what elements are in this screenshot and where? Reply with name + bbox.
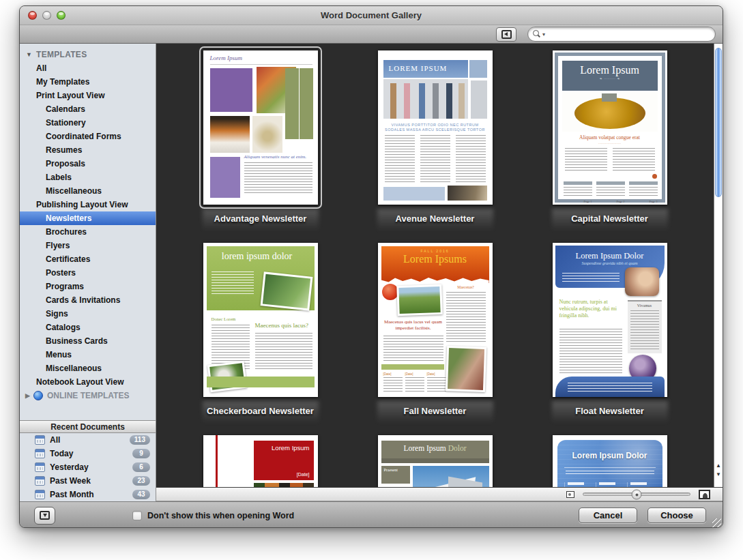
panel-toggle-icon: [40, 511, 50, 520]
sidebar-item-cards-invitations[interactable]: Cards & Invitations: [20, 293, 156, 307]
template-title: Advantage Newsletter: [196, 213, 325, 224]
zoom-in-thumbnail-icon: [699, 490, 710, 499]
cancel-button[interactable]: Cancel: [579, 507, 637, 523]
toolbar: ▾: [20, 25, 723, 44]
sidebar-item-calendars[interactable]: Calendars: [20, 102, 156, 116]
count-badge: 113: [130, 435, 150, 445]
template-title: Fall Newsletter: [370, 406, 500, 416]
calendar-icon: [35, 449, 45, 458]
template-gallery: Lorem Ipsum Aliquam venenatis: [156, 44, 714, 487]
template-card-partial-olive[interactable]: Lorem Ipsum Dolor Praesent: [352, 431, 519, 487]
template-thumbnail: LOREM IPSUM: [378, 50, 493, 205]
calendar-icon: [35, 476, 45, 486]
template-thumbnail: Lorem Ipsum Dolor Praesent: [378, 435, 493, 487]
sidebar-item-miscellaneous-publishing[interactable]: Miscellaneous: [20, 362, 156, 375]
sidebar-item-business-cards[interactable]: Business Cards: [20, 334, 156, 348]
template-card-checkerboard-newsletter[interactable]: lorem ipsum dolor Donec Lorem Maecenus q…: [177, 239, 344, 431]
dialog-footer: Don't show this when opening Word Cancel…: [20, 501, 723, 528]
sidebar-item-flyers[interactable]: Flyers: [20, 239, 156, 252]
sidebar-item-catalogs[interactable]: Catalogs: [20, 321, 156, 334]
recent-item-past-week[interactable]: Past Week 23: [20, 474, 156, 488]
dont-show-label: Don't show this when opening Word: [147, 511, 294, 520]
sidebar-item-coordinated-forms[interactable]: Coordinated Forms: [20, 130, 156, 143]
disclosure-triangle-down-icon[interactable]: ▼: [26, 48, 32, 61]
recent-item-yesterday[interactable]: Yesterday 6: [20, 460, 156, 474]
sidebar-item-newsletters[interactable]: Newsletters: [20, 211, 156, 225]
word-document-gallery-window: Word Document Gallery ▾ ▼ TEMPLATES All …: [19, 5, 723, 528]
search-input[interactable]: [545, 28, 715, 40]
template-card-avenue-newsletter[interactable]: LOREM IPSUM: [352, 46, 519, 239]
thumbnail-size-slider[interactable]: [583, 492, 690, 496]
sidebar-item-posters[interactable]: Posters: [20, 266, 156, 280]
template-thumbnail: Lorem Ipsum Dolor Suspendisse gravida ni…: [553, 243, 667, 397]
vertical-scrollbar[interactable]: ▲ ▼: [714, 44, 723, 487]
template-thumbnail: Lorem Ipsum ❧ ·········· ❧ Aliquam volat…: [553, 50, 667, 205]
sidebar-item-publishing-layout-view[interactable]: Publishing Layout View: [20, 198, 156, 211]
template-thumbnail: lorem ipsum dolor Donec Lorem Maecenus q…: [203, 243, 318, 397]
recent-documents-header: Recent Documents: [20, 420, 156, 433]
sidebar-item-resumes[interactable]: Resumes: [20, 143, 156, 157]
template-thumbnail: Lorem Ipsum Dolor: [553, 435, 667, 487]
choose-button[interactable]: Choose: [647, 507, 706, 523]
search-icon: [533, 30, 541, 38]
dont-show-checkbox[interactable]: [132, 511, 142, 520]
sidebar-item-signs[interactable]: Signs: [20, 307, 156, 321]
template-card-fall-newsletter[interactable]: FALL 2016 Lorem Ipsums Maecenas? Maecena…: [352, 239, 519, 431]
thumbnail-zoom-bar: [156, 487, 723, 501]
selection-ring: Lorem Ipsum Aliquam venenatis: [199, 46, 322, 209]
template-thumbnail: Lorem Ipsum [Date]: [203, 435, 318, 487]
scrollbar-thumb[interactable]: [715, 48, 722, 197]
templates-section-header[interactable]: ▼ TEMPLATES: [20, 48, 156, 61]
sidebar-item-all[interactable]: All: [20, 61, 156, 75]
search-field[interactable]: ▾: [527, 27, 716, 42]
sidebar-item-programs[interactable]: Programs: [20, 280, 156, 293]
sidebar-item-notebook-layout-view[interactable]: Notebook Layout View: [20, 375, 156, 389]
recent-item-all[interactable]: All 113: [20, 433, 156, 447]
sidebar-item-print-layout-view[interactable]: Print Layout View: [20, 89, 156, 102]
recent-documents-section: Recent Documents All 113 Today 9 Yesterd…: [20, 420, 156, 501]
sidebar-item-stationery[interactable]: Stationery: [20, 116, 156, 130]
count-badge: 6: [132, 462, 150, 472]
count-badge: 9: [132, 449, 150, 458]
template-title: Avenue Newsletter: [370, 213, 500, 224]
template-thumbnail: Lorem Ipsum Aliquam venenatis: [203, 50, 318, 205]
sidebar-item-my-templates[interactable]: My Templates: [20, 75, 156, 89]
resize-grip[interactable]: [712, 518, 721, 527]
calendar-icon: [35, 462, 45, 472]
sidebar-item-miscellaneous-print[interactable]: Miscellaneous: [20, 184, 156, 198]
sidebar-item-online-templates[interactable]: ▶ ONLINE TEMPLATES: [20, 389, 156, 402]
sidebar-item-labels[interactable]: Labels: [20, 171, 156, 184]
template-title: Checkerboard Newsletter: [196, 406, 325, 416]
sidebar-toggle-icon: [501, 30, 512, 39]
scroll-down-arrow[interactable]: ▼: [714, 470, 723, 479]
sidebar-item-brochures[interactable]: Brochures: [20, 225, 156, 239]
recent-item-today[interactable]: Today 9: [20, 447, 156, 460]
screen: Word Document Gallery ▾ ▼ TEMPLATES All …: [0, 0, 743, 560]
disclosure-triangle-right-icon[interactable]: ▶: [25, 389, 30, 402]
sidebar-item-certificates[interactable]: Certificates: [20, 252, 156, 266]
sidebar-item-menus[interactable]: Menus: [20, 348, 156, 362]
title-bar: Word Document Gallery: [20, 6, 723, 25]
template-thumbnail: FALL 2016 Lorem Ipsums Maecenas? Maecena…: [378, 243, 493, 397]
template-card-float-newsletter[interactable]: Lorem Ipsum Dolor Suspendisse gravida ni…: [527, 239, 693, 431]
calendar-icon: [35, 490, 45, 499]
zoom-out-thumbnail-icon: [566, 491, 574, 498]
template-card-partial-red[interactable]: Lorem Ipsum [Date]: [177, 431, 344, 487]
gallery-panel-toggle-button[interactable]: [34, 507, 55, 525]
slider-knob[interactable]: [632, 489, 642, 499]
recent-item-past-month[interactable]: Past Month 43: [20, 488, 156, 501]
template-title: Capital Newsletter: [545, 213, 675, 224]
count-badge: 23: [132, 476, 150, 486]
sidebar-item-proposals[interactable]: Proposals: [20, 157, 156, 171]
sidebar: ▼ TEMPLATES All My Templates Print Layou…: [20, 44, 156, 501]
template-card-advantage-newsletter[interactable]: Lorem Ipsum Aliquam venenatis: [177, 46, 344, 239]
template-title: Float Newsletter: [545, 406, 675, 416]
calendar-icon: [35, 435, 45, 445]
count-badge: 43: [132, 490, 150, 499]
globe-icon: [33, 391, 43, 400]
template-card-partial-blue[interactable]: Lorem Ipsum Dolor: [527, 431, 693, 487]
sidebar-toggle-button[interactable]: [496, 27, 516, 42]
template-card-capital-newsletter[interactable]: Lorem Ipsum ❧ ·········· ❧ Aliquam volat…: [527, 46, 693, 239]
scroll-up-arrow[interactable]: ▲: [714, 461, 723, 470]
window-title: Word Document Gallery: [20, 10, 723, 20]
